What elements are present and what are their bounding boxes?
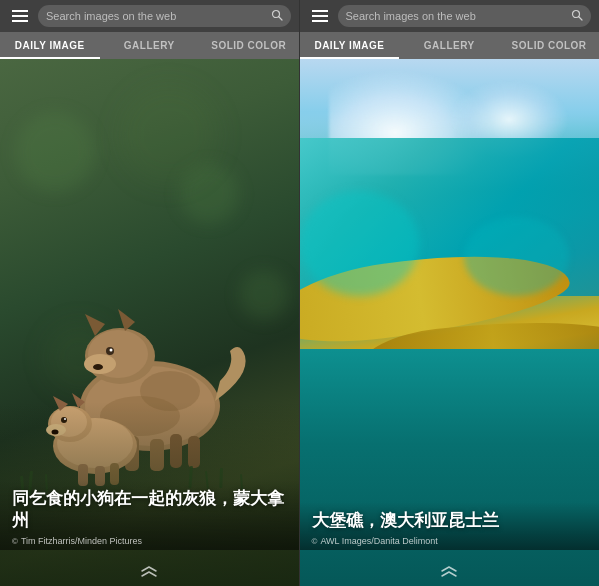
right-caption-area: 大堡礁，澳大利亚昆士兰 © AWL Images/Danita Delimont [300,502,600,550]
svg-marker-8 [118,309,135,331]
svg-point-38 [573,10,580,17]
right-tab-daily[interactable]: DAILY IMAGE [300,32,400,59]
left-caption-title: 同乞食的小狗在一起的灰狼，蒙大拿州 [12,488,287,532]
right-search-icon [571,9,583,24]
left-search-bar[interactable] [38,5,291,27]
left-search-input[interactable] [46,10,267,22]
right-panel: DAILY IMAGE GALLERY SOLID COLOR [300,0,600,586]
left-tab-gallery[interactable]: GALLERY [100,32,200,59]
svg-point-6 [84,354,116,374]
left-search-icon [271,9,283,24]
left-header [0,0,299,32]
left-caption-credit: © Tim Fitzharris/Minden Pictures [12,536,287,546]
right-search-bar[interactable] [338,5,592,27]
left-tab-daily[interactable]: DAILY IMAGE [0,32,100,59]
right-caption-credit: © AWL Images/Danita Delimont [312,536,588,546]
svg-point-0 [272,10,279,17]
left-panel: DAILY IMAGE GALLERY SOLID COLOR [0,0,300,586]
right-tab-solid[interactable]: SOLID COLOR [499,32,599,59]
left-menu-icon[interactable] [8,6,32,26]
svg-point-11 [93,364,103,370]
svg-point-10 [110,349,113,352]
right-header [300,0,600,32]
right-tabs: DAILY IMAGE GALLERY SOLID COLOR [300,32,600,59]
left-image-area: 同乞食的小狗在一起的灰狼，蒙大拿州 © Tim Fitzharris/Minde… [0,59,299,586]
right-scroll-arrow[interactable] [440,566,458,580]
right-image-area: 大堡礁，澳大利亚昆士兰 © AWL Images/Danita Delimont [300,59,600,586]
left-tabs: DAILY IMAGE GALLERY SOLID COLOR [0,32,299,59]
svg-line-39 [579,17,582,20]
right-menu-icon[interactable] [308,6,332,26]
right-tab-gallery[interactable]: GALLERY [399,32,499,59]
left-tab-solid[interactable]: SOLID COLOR [199,32,299,59]
svg-line-1 [279,17,282,20]
left-scroll-arrow[interactable] [140,566,158,580]
right-search-input[interactable] [346,10,568,22]
left-caption-area: 同乞食的小狗在一起的灰狼，蒙大拿州 © Tim Fitzharris/Minde… [0,480,299,550]
right-caption-title: 大堡礁，澳大利亚昆士兰 [312,510,588,532]
